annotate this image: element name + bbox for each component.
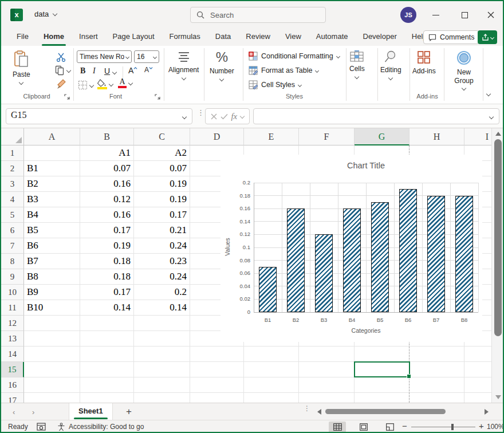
- tab-formulas[interactable]: Formulas: [162, 29, 208, 46]
- scroll-up-icon[interactable]: [495, 132, 501, 136]
- cell-D16[interactable]: [190, 377, 244, 393]
- tab-automate[interactable]: Automate: [309, 29, 356, 46]
- col-header-D[interactable]: D: [190, 128, 244, 145]
- cell-B2[interactable]: 0.07: [80, 161, 134, 176]
- row-header-8[interactable]: 8: [1, 254, 24, 269]
- embedded-chart[interactable]: Chart Title Values Categories 00.020.040…: [220, 155, 482, 342]
- cell-A3[interactable]: B2: [24, 176, 80, 192]
- search-input[interactable]: Search: [190, 7, 326, 23]
- cell-C4[interactable]: 0.19: [134, 192, 190, 207]
- cell-B1[interactable]: A1: [80, 145, 134, 161]
- cell-C1[interactable]: A2: [134, 145, 190, 161]
- borders-button[interactable]: [78, 80, 93, 90]
- cell-B5[interactable]: 0.16: [80, 207, 134, 223]
- chart-title[interactable]: Chart Title: [254, 161, 478, 170]
- grow-font-button[interactable]: A: [128, 66, 137, 75]
- cell-B4[interactable]: 0.12: [80, 192, 134, 207]
- formula-bar-handle[interactable]: ⋮: [197, 111, 199, 121]
- cell-D15[interactable]: [190, 362, 244, 377]
- cells-button[interactable]: Cells: [349, 50, 365, 78]
- cell-A4[interactable]: B3: [24, 192, 80, 207]
- editing-button[interactable]: Editing: [380, 50, 401, 80]
- italic-button[interactable]: I: [93, 66, 96, 76]
- bold-button[interactable]: B: [80, 66, 85, 76]
- cell-A5[interactable]: B4: [24, 207, 80, 223]
- prev-sheet-icon[interactable]: ‹: [13, 408, 15, 416]
- selected-cell-outline[interactable]: [354, 361, 410, 377]
- bar-B2[interactable]: [287, 208, 305, 312]
- cell-D17[interactable]: [190, 393, 244, 403]
- fill-color-button[interactable]: [97, 79, 113, 89]
- cancel-icon[interactable]: [211, 113, 217, 120]
- collapse-ribbon-button[interactable]: [487, 88, 490, 99]
- cell-B15[interactable]: [80, 362, 134, 377]
- cell-H14[interactable]: [410, 347, 464, 362]
- tab-page-layout[interactable]: Page Layout: [105, 29, 162, 46]
- zoom-in-button[interactable]: +: [479, 421, 484, 431]
- cell-B9[interactable]: 0.18: [80, 269, 134, 285]
- row-header-6[interactable]: 6: [1, 223, 24, 238]
- cell-A6[interactable]: B5: [24, 223, 80, 238]
- cell-I17[interactable]: [464, 393, 491, 403]
- zoom-out-button[interactable]: −: [402, 421, 407, 431]
- avatar[interactable]: JS: [400, 7, 416, 23]
- tab-file[interactable]: File: [9, 29, 36, 46]
- tab-insert[interactable]: Insert: [72, 29, 105, 46]
- cell-C10[interactable]: 0.2: [134, 285, 190, 300]
- cell-C16[interactable]: [134, 377, 190, 393]
- cell-C3[interactable]: 0.19: [134, 176, 190, 192]
- font-name-select[interactable]: Times New Rom: [77, 50, 132, 63]
- underline-button[interactable]: U: [104, 66, 116, 76]
- row-header-2[interactable]: 2: [1, 161, 24, 176]
- scroll-right-icon[interactable]: [485, 409, 489, 415]
- scroll-left-icon[interactable]: [317, 409, 321, 415]
- number-format-button[interactable]: % Number: [210, 50, 234, 81]
- insert-function-button[interactable]: fx: [231, 112, 237, 121]
- format-as-table-button[interactable]: Format as Table: [249, 66, 318, 75]
- cell-C13[interactable]: [134, 331, 190, 347]
- page-break-preview-button[interactable]: [381, 422, 399, 432]
- addins-button[interactable]: Add-ins: [412, 50, 436, 75]
- paste-button[interactable]: Paste: [13, 50, 30, 84]
- col-header-E[interactable]: E: [244, 128, 299, 145]
- cell-I14[interactable]: [464, 347, 491, 362]
- bar-B8[interactable]: [455, 196, 473, 312]
- horizontal-scroll-thumb[interactable]: [325, 409, 446, 414]
- bar-B3[interactable]: [315, 234, 333, 312]
- row-header-11[interactable]: 11: [1, 300, 24, 316]
- cell-B6[interactable]: 0.17: [80, 223, 134, 238]
- cell-F15[interactable]: [299, 362, 355, 377]
- cell-C6[interactable]: 0.21: [134, 223, 190, 238]
- bar-B1[interactable]: [259, 267, 277, 312]
- cell-B7[interactable]: 0.19: [80, 238, 134, 254]
- cell-E17[interactable]: [244, 393, 299, 403]
- cell-E15[interactable]: [244, 362, 299, 377]
- cell-C8[interactable]: 0.23: [134, 254, 190, 269]
- cell-A7[interactable]: B6: [24, 238, 80, 254]
- macro-record-button[interactable]: [37, 423, 46, 431]
- tab-scroll-splitter[interactable]: ⋮: [304, 407, 310, 410]
- row-header-16[interactable]: 16: [1, 377, 24, 393]
- tab-home[interactable]: Home: [36, 29, 72, 46]
- cell-A11[interactable]: B10: [24, 300, 80, 316]
- share-button[interactable]: [478, 30, 497, 44]
- col-header-B[interactable]: B: [80, 128, 134, 145]
- row-header-12[interactable]: 12: [1, 316, 24, 331]
- excel-app-icon[interactable]: x: [10, 9, 23, 21]
- row-header-4[interactable]: 4: [1, 192, 24, 207]
- cell-A2[interactable]: B1: [24, 161, 80, 176]
- row-header-13[interactable]: 13: [1, 331, 24, 347]
- row-header-14[interactable]: 14: [1, 347, 24, 362]
- row-header-17[interactable]: 17: [1, 393, 24, 403]
- conditional-formatting-button[interactable]: Conditional Formatting: [249, 52, 340, 61]
- sheet-tab-sheet1[interactable]: Sheet1: [69, 403, 113, 420]
- cell-I15[interactable]: [464, 362, 491, 377]
- cell-B10[interactable]: 0.17: [80, 285, 134, 300]
- enter-icon[interactable]: [220, 113, 228, 120]
- col-header-A[interactable]: A: [24, 128, 80, 145]
- close-button[interactable]: [478, 1, 504, 29]
- cell-F17[interactable]: [299, 393, 355, 403]
- col-header-G[interactable]: G: [355, 128, 410, 145]
- format-painter-button[interactable]: [56, 79, 66, 89]
- tab-view[interactable]: View: [278, 29, 309, 46]
